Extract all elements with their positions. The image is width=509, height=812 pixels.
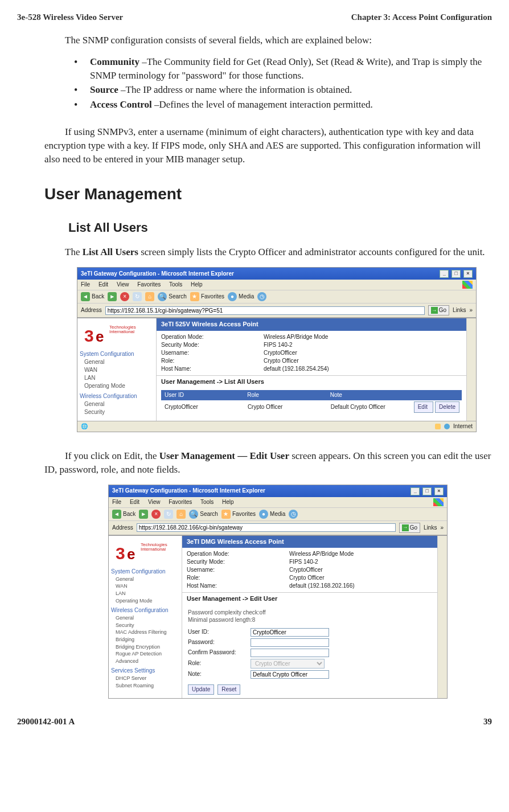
close-icon[interactable]: × xyxy=(434,487,444,495)
media-button[interactable]: ●Media xyxy=(228,292,254,301)
search-button[interactable]: 🔍Search xyxy=(158,292,187,301)
media-button[interactable]: ●Media xyxy=(259,510,285,519)
sidebar-item[interactable]: General xyxy=(84,400,154,408)
update-button[interactable]: Update xyxy=(188,684,214,695)
menu-favorites[interactable]: Favorites xyxy=(169,499,192,505)
back-button[interactable]: ◄Back xyxy=(81,292,104,301)
menu-file[interactable]: File xyxy=(81,281,90,288)
favorites-button[interactable]: ★Favorites xyxy=(221,510,256,519)
sidebar-item[interactable]: WAN xyxy=(116,583,179,590)
back-button[interactable]: ◄Back xyxy=(112,510,136,519)
browser-toolbar: ◄Back ► × ↻ ⌂ 🔍Search ★Favorites ●Media … xyxy=(109,508,447,521)
address-input[interactable] xyxy=(105,306,425,315)
menu-favorites[interactable]: Favorites xyxy=(137,281,161,288)
page-footer: 29000142-001 A 39 xyxy=(17,716,492,728)
menu-help[interactable]: Help xyxy=(222,499,234,505)
sidebar-item[interactable]: General xyxy=(116,614,179,622)
sidebar-item[interactable]: General xyxy=(84,358,154,366)
sidebar-item[interactable]: Security xyxy=(84,408,154,416)
go-button[interactable]: →Go xyxy=(428,305,449,315)
bold-term: List All Users xyxy=(83,247,138,257)
sidebar-item[interactable]: MAC Address Filtering xyxy=(116,629,179,636)
sidebar-item[interactable]: LAN xyxy=(84,374,154,382)
sidebar-item[interactable]: Subnet Roaming xyxy=(116,682,179,690)
links-label[interactable]: Links xyxy=(424,524,437,532)
address-input[interactable] xyxy=(137,523,396,532)
confirm-password-input[interactable] xyxy=(251,649,329,657)
go-button[interactable]: →Go xyxy=(399,523,420,533)
sidebar-item[interactable]: Security xyxy=(116,622,179,629)
sidebar-item[interactable]: Bridging xyxy=(116,636,179,643)
stop-icon[interactable]: × xyxy=(151,510,161,519)
zone-label: Internet xyxy=(453,423,473,430)
menu-edit[interactable]: Edit xyxy=(98,281,108,288)
search-icon: 🔍 xyxy=(158,292,167,301)
media-icon: ● xyxy=(228,292,237,301)
refresh-icon[interactable]: ↻ xyxy=(164,510,173,519)
status-bar: 🌐 Internet xyxy=(77,421,476,432)
note-label: Note: xyxy=(188,670,251,678)
links-label[interactable]: Links xyxy=(453,306,466,314)
menu-view[interactable]: View xyxy=(148,499,161,505)
history-icon[interactable]: ◷ xyxy=(289,510,298,519)
go-arrow-icon: → xyxy=(402,524,409,531)
menu-file[interactable]: File xyxy=(112,499,121,505)
main-panel: 3eTI 525V Wireless Access Point Operatio… xyxy=(156,318,466,421)
table-row: CryptoOfficer Crypto Officer Default Cry… xyxy=(161,400,462,414)
reset-button[interactable]: Reset xyxy=(217,684,240,695)
sidebar-item[interactable]: Advanced xyxy=(116,658,179,665)
menu-help[interactable]: Help xyxy=(191,281,203,288)
lock-icon xyxy=(435,424,441,429)
window-title: 3eTI Gateway Configuration - Microsoft I… xyxy=(81,270,234,278)
window-titlebar: 3eTI Gateway Configuration - Microsoft I… xyxy=(109,485,447,497)
bold-term: User Management — Edit User xyxy=(159,450,289,461)
sidebar-item[interactable]: Rogue AP Detection xyxy=(116,650,179,658)
scrollbar[interactable] xyxy=(437,536,447,698)
history-icon[interactable]: ◷ xyxy=(257,292,266,301)
logo-3e: 3e TechnologiesInternational xyxy=(116,542,143,564)
forward-icon[interactable]: ► xyxy=(108,292,117,301)
sidebar-item[interactable]: Operating Mode xyxy=(84,382,154,390)
header-right: Chapter 3: Access Point Configuration xyxy=(351,11,492,23)
status-info: Operation Mode:Wireless AP/Bridge Mode S… xyxy=(157,331,466,375)
sidebar-item[interactable]: Bridging Encryption xyxy=(116,643,179,651)
sidebar: 3e TechnologiesInternational System Conf… xyxy=(77,318,156,421)
close-icon[interactable]: × xyxy=(463,270,473,278)
address-bar: Address →Go Links» xyxy=(109,521,447,535)
home-icon[interactable]: ⌂ xyxy=(145,292,154,301)
password-input[interactable] xyxy=(251,638,329,647)
cell-role: Crypto Officer xyxy=(244,402,327,412)
sidebar-item[interactable]: Operating Mode xyxy=(116,597,179,605)
minimize-icon[interactable]: _ xyxy=(440,270,449,278)
term: Access Control xyxy=(90,99,152,110)
favorites-button[interactable]: ★Favorites xyxy=(190,292,224,301)
minimize-icon[interactable]: _ xyxy=(411,487,420,495)
menu-bar: File Edit View Favorites Tools Help xyxy=(77,280,476,290)
delete-button[interactable]: Delete xyxy=(435,401,459,413)
menu-view[interactable]: View xyxy=(117,281,129,288)
form-note: Password complexity check:offMinimal pas… xyxy=(188,609,432,624)
confirm-password-label: Confirm Password: xyxy=(188,649,251,657)
list-item: Access Control –Defines the level of man… xyxy=(74,98,492,112)
menu-tools[interactable]: Tools xyxy=(169,281,182,288)
stop-icon[interactable]: × xyxy=(120,292,129,301)
menu-tools[interactable]: Tools xyxy=(200,499,214,505)
refresh-icon[interactable]: ↻ xyxy=(133,292,142,301)
maximize-icon[interactable]: □ xyxy=(451,270,461,278)
note-input[interactable] xyxy=(251,670,329,679)
windows-flag-icon xyxy=(462,281,473,289)
sidebar-item[interactable]: General xyxy=(116,576,179,583)
userid-input[interactable] xyxy=(251,628,329,637)
edit-button[interactable]: Edit xyxy=(414,401,433,413)
home-icon[interactable]: ⌂ xyxy=(176,510,186,519)
maximize-icon[interactable]: □ xyxy=(422,487,432,495)
sidebar-item[interactable]: WAN xyxy=(84,366,154,374)
scrollbar[interactable] xyxy=(466,318,476,421)
search-button[interactable]: 🔍Search xyxy=(189,510,218,519)
product-banner: 3eTI DMG Wireless Access Point xyxy=(182,536,437,548)
sidebar-item[interactable]: DHCP Server xyxy=(116,675,179,682)
forward-icon[interactable]: ► xyxy=(139,510,148,519)
sidebar-item[interactable]: LAN xyxy=(116,590,179,597)
menu-edit[interactable]: Edit xyxy=(130,499,139,505)
role-select[interactable]: Crypto Officer xyxy=(251,659,325,669)
